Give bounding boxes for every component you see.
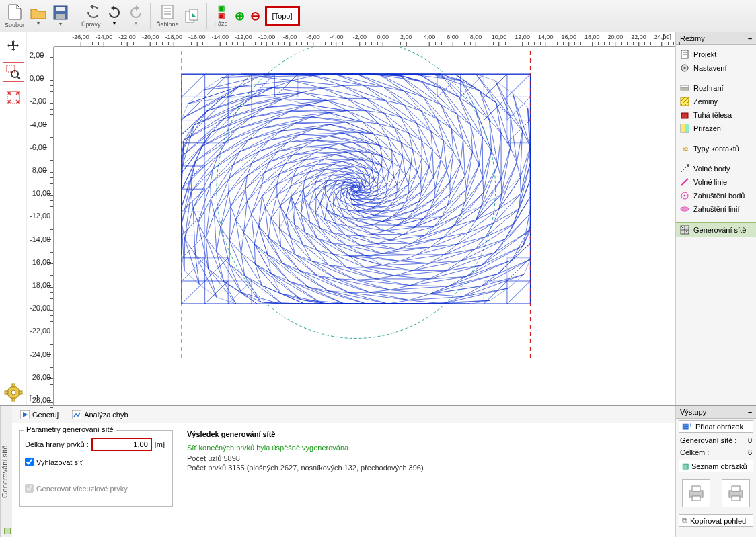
print-figure-button[interactable] <box>682 479 710 507</box>
mode-file[interactable]: Projekt <box>676 48 756 61</box>
phase-icon: ▣▣ <box>218 5 225 19</box>
minimize-outputs-button[interactable]: – <box>748 408 752 416</box>
densp-icon <box>680 191 689 200</box>
bottom-center: Generuj Analýza chyb Parametry generován… <box>12 406 675 537</box>
zoom-icon <box>6 65 21 79</box>
svg-rect-65 <box>732 486 740 491</box>
svg-marker-5 <box>111 5 114 11</box>
printer-icon <box>726 484 745 503</box>
analyze-tab[interactable]: Analýza chyb <box>69 409 130 421</box>
copy-template-button[interactable] <box>182 2 202 30</box>
multinode-label: Generovat víceuzlové prvky <box>36 485 128 493</box>
mode-densl[interactable]: Zahuštění linií <box>676 202 756 216</box>
modes-title: Režimy <box>680 34 705 42</box>
mode-point[interactable]: Volné body <box>676 162 756 175</box>
generate-tab[interactable]: Generuj <box>17 409 61 421</box>
undo-button[interactable]: ▾ <box>104 2 124 30</box>
main-area: [m] -26,00-24,00-22,00-20,00-18,00-16,00… <box>0 32 756 405</box>
move-icon <box>6 39 21 54</box>
add-picture-button[interactable]: ▦⁺ Přidat obrázek <box>679 420 753 433</box>
save-icon <box>52 5 69 21</box>
mode-mesh[interactable]: Generování sítě <box>676 222 756 237</box>
file-icon <box>680 50 689 59</box>
edge-length-label: Délka hrany prvků : <box>25 440 89 448</box>
analyze-tab-label: Analýza chyb <box>84 411 128 419</box>
template-menu[interactable]: Šablona <box>155 2 181 30</box>
mode-solid[interactable]: Tuhá tělesa <box>676 108 756 122</box>
picture-list-button[interactable]: ▤ Seznam obrázků <box>679 460 753 472</box>
phase-remove-button[interactable]: ⊖ <box>248 2 262 30</box>
redo-button[interactable]: ▾ <box>126 2 146 30</box>
bottom-tabs: Generuj Analýza chyb <box>12 406 675 423</box>
template-label: Šablona <box>157 21 179 28</box>
svg-rect-45 <box>681 124 685 132</box>
mode-hatch[interactable]: Zeminy <box>676 95 756 108</box>
viewport[interactable] <box>54 47 675 405</box>
mesh-result: Výsledek generování sítě Síť konečných p… <box>180 423 675 537</box>
file-label: Soubor <box>5 22 24 28</box>
element-count: Počet prvků 3155 (plošných 2627, nosníko… <box>187 464 669 472</box>
svg-rect-38 <box>681 88 689 90</box>
params-legend: Parametry generování sítě <box>24 425 116 433</box>
outputs-panel: Výstupy – ▦⁺ Přidat obrázek Generování s… <box>675 406 756 537</box>
fit-icon <box>6 90 21 105</box>
smooth-label: Vyhlazovat síť <box>36 458 83 466</box>
mode-line[interactable]: Volné linie <box>676 175 756 189</box>
mode-assign[interactable]: Přiřazení <box>676 122 756 135</box>
mesh-view <box>54 47 675 405</box>
pan-tool[interactable] <box>3 36 24 56</box>
svg-rect-7 <box>162 5 173 19</box>
smooth-checkbox-row[interactable]: Vyhlazovat síť <box>25 458 167 466</box>
svg-rect-2 <box>56 7 65 11</box>
fit-view-tool[interactable] <box>3 87 24 108</box>
view-settings-button[interactable] <box>3 382 24 403</box>
edit-menu[interactable]: Úpravy <box>79 2 103 30</box>
smooth-checkbox[interactable] <box>25 458 34 466</box>
save-button[interactable]: ▾ <box>50 2 71 30</box>
edge-length-input[interactable] <box>91 438 152 451</box>
copy-view-label: Kopírovat pohled <box>690 517 746 525</box>
phase-add-button[interactable]: ⊕ <box>233 2 247 30</box>
outputs-header: Výstupy – <box>676 406 756 419</box>
canvas-wrap: [m] -26,00-24,00-22,00-20,00-18,00-16,00… <box>27 32 675 405</box>
mode-contact[interactable]: ≋Typy kontaktů <box>676 142 756 155</box>
mode-layers[interactable]: Rozhraní <box>676 81 756 95</box>
minus-icon: ⊖ <box>250 9 260 24</box>
copy-view-button[interactable]: ⧉ Kopírovat pohled <box>679 514 753 527</box>
svg-rect-63 <box>692 496 700 501</box>
zoom-region-tool[interactable] <box>3 62 24 82</box>
vertical-ruler: [m] 2,000,00-2,00-4,00-6,00-8,00-10,00-1… <box>27 47 54 405</box>
stage-topo-button[interactable]: [Topo] <box>265 6 300 26</box>
svg-rect-27 <box>19 391 22 394</box>
piclist-icon: ▤ <box>682 462 689 470</box>
svg-point-51 <box>684 195 686 197</box>
sidelabel-indicator <box>4 528 11 534</box>
multinode-checkbox-row: Generovat víceuzlové prvky <box>25 484 167 493</box>
svg-marker-6 <box>136 5 139 11</box>
assign-icon <box>680 124 689 133</box>
params-fieldset: Parametry generování sítě Délka hrany pr… <box>19 430 173 507</box>
file-menu[interactable]: Soubor <box>3 2 26 30</box>
svg-point-48 <box>687 164 689 167</box>
node-count: Počet uzlů 5898 <box>187 454 669 462</box>
phase-label: Fáze <box>215 20 228 27</box>
right-panel: Režimy – ProjektNastaveníRozhraníZeminyT… <box>675 32 756 405</box>
bottom-panel: Generování sítě Generuj Analýza chyb Par… <box>0 405 756 537</box>
open-button[interactable]: ▾ <box>28 2 49 30</box>
mode-gear[interactable]: Nastavení <box>676 61 756 75</box>
mesh-icon <box>680 225 689 235</box>
layers-icon <box>680 83 689 93</box>
print-row <box>676 479 756 507</box>
densl-icon <box>680 204 689 214</box>
mode-densp[interactable]: Zahuštění bodů <box>676 189 756 202</box>
bottom-content: Parametry generování sítě Délka hrany pr… <box>12 423 675 537</box>
solid-icon <box>680 110 689 120</box>
bottom-sidelabel: Generování sítě <box>0 406 12 537</box>
total-count-row: Celkem :6 <box>676 446 756 458</box>
phase-menu[interactable]: ▣▣ Fáze <box>211 2 231 30</box>
minimize-modes-button[interactable]: – <box>748 34 752 42</box>
add-pic-label: Přidat obrázek <box>695 423 743 431</box>
print-report-button[interactable] <box>722 479 750 507</box>
contact-icon: ≋ <box>680 144 689 153</box>
horizontal-ruler: [m] -26,00-24,00-22,00-20,00-18,00-16,00… <box>54 32 675 47</box>
